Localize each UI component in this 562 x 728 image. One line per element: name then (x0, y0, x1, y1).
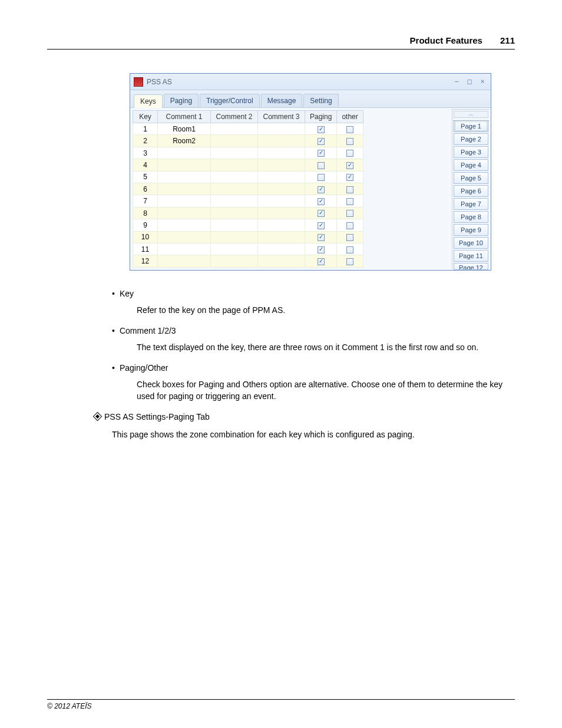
page-button[interactable]: Page 2 (454, 133, 488, 145)
comment-cell[interactable] (211, 255, 258, 268)
page-button[interactable]: Page 10 (454, 237, 488, 249)
page-button[interactable]: Page 5 (454, 172, 488, 184)
comment-cell[interactable] (158, 207, 211, 219)
comment-cell[interactable] (158, 171, 211, 183)
comment-cell[interactable] (158, 159, 211, 171)
comment-cell[interactable] (211, 231, 258, 243)
table-row: 5 (133, 171, 363, 183)
paging-cell (305, 135, 337, 147)
comment-cell[interactable] (258, 195, 305, 207)
page-button[interactable]: Page 7 (454, 198, 488, 210)
checkbox[interactable] (346, 162, 353, 169)
checkbox[interactable] (318, 138, 325, 145)
comment-cell[interactable] (158, 219, 211, 231)
checkbox[interactable] (318, 174, 325, 181)
checkbox[interactable] (318, 258, 325, 265)
comment-cell[interactable] (258, 183, 305, 195)
checkbox[interactable] (318, 222, 325, 229)
window-titlebar[interactable]: PSS AS − □ × (130, 74, 491, 90)
column-header[interactable]: Paging (305, 111, 337, 123)
comment-cell[interactable] (258, 243, 305, 255)
other-cell (337, 243, 363, 255)
tab-paging[interactable]: Paging (164, 94, 199, 107)
comment-cell[interactable] (158, 231, 211, 243)
comment-cell[interactable] (158, 195, 211, 207)
comment-cell[interactable] (258, 231, 305, 243)
page-button[interactable]: Page 11 (454, 250, 488, 262)
page-button[interactable]: Page 4 (454, 159, 488, 171)
comment-cell[interactable] (211, 219, 258, 231)
checkbox[interactable] (346, 234, 353, 241)
checkbox[interactable] (346, 126, 353, 133)
column-header[interactable]: Comment 3 (258, 111, 305, 123)
table-row: 2Room2 (133, 135, 363, 147)
comment-cell[interactable] (211, 195, 258, 207)
checkbox[interactable] (346, 186, 353, 193)
window-title: PSS AS (147, 78, 452, 86)
comment-cell[interactable] (211, 123, 258, 135)
close-button[interactable]: × (478, 78, 487, 86)
minimize-button[interactable]: − (452, 78, 461, 86)
checkbox[interactable] (346, 246, 353, 253)
table-row: 10 (133, 231, 363, 243)
checkbox[interactable] (346, 222, 353, 229)
comment-cell[interactable] (211, 243, 258, 255)
scroll-up-button[interactable]: ︿ (454, 111, 488, 118)
checkbox[interactable] (318, 234, 325, 241)
checkbox[interactable] (318, 198, 325, 205)
checkbox[interactable] (346, 210, 353, 217)
page-button[interactable]: Page 12 (454, 263, 488, 270)
comment-cell[interactable] (211, 171, 258, 183)
section-body: This page shows the zone combination for… (112, 429, 503, 441)
comment-cell[interactable] (258, 147, 305, 159)
checkbox[interactable] (318, 210, 325, 217)
comment-cell[interactable] (158, 147, 211, 159)
comment-cell[interactable]: Room2 (158, 135, 211, 147)
comment-cell[interactable] (211, 135, 258, 147)
comment-cell[interactable] (211, 183, 258, 195)
checkbox[interactable] (346, 138, 353, 145)
page-button[interactable]: Page 1 (454, 120, 488, 132)
comment-cell[interactable] (211, 147, 258, 159)
column-header[interactable]: Comment 2 (211, 111, 258, 123)
comment-cell[interactable] (158, 243, 211, 255)
paging-cell (305, 123, 337, 135)
checkbox[interactable] (346, 198, 353, 205)
comment-cell[interactable] (258, 255, 305, 268)
comment-cell[interactable] (258, 219, 305, 231)
column-header[interactable]: other (337, 111, 363, 123)
checkbox[interactable] (346, 150, 353, 157)
table-row: 3 (133, 147, 363, 159)
checkbox[interactable] (318, 186, 325, 193)
comment-cell[interactable] (258, 207, 305, 219)
table-row: 7 (133, 195, 363, 207)
page-button[interactable]: Page 6 (454, 185, 488, 197)
column-header[interactable]: Key (133, 111, 158, 123)
comment-cell[interactable] (211, 159, 258, 171)
checkbox[interactable] (346, 258, 353, 265)
tab-keys[interactable]: Keys (134, 94, 163, 108)
comment-cell[interactable] (258, 123, 305, 135)
page-button[interactable]: Page 9 (454, 224, 488, 236)
tab-setting[interactable]: Setting (303, 94, 338, 107)
comment-cell[interactable] (258, 135, 305, 147)
page-button[interactable]: Page 3 (454, 146, 488, 158)
comment-cell[interactable] (158, 183, 211, 195)
tab-trigger-control[interactable]: Trigger/Control (200, 94, 260, 107)
keys-table: KeyComment 1Comment 2Comment 3Pagingothe… (133, 110, 363, 268)
column-header[interactable]: Comment 1 (158, 111, 211, 123)
comment-cell[interactable] (211, 207, 258, 219)
comment-cell[interactable]: Room1 (158, 123, 211, 135)
checkbox[interactable] (318, 162, 325, 169)
checkbox[interactable] (318, 150, 325, 157)
comment-cell[interactable] (158, 255, 211, 268)
checkbox[interactable] (346, 174, 353, 181)
tab-message[interactable]: Message (261, 94, 303, 107)
page-button[interactable]: Page 8 (454, 211, 488, 223)
checkbox[interactable] (318, 246, 325, 253)
maximize-button[interactable]: □ (465, 78, 474, 86)
header-section-title: Product Features (410, 35, 482, 45)
comment-cell[interactable] (258, 159, 305, 171)
checkbox[interactable] (318, 126, 325, 133)
comment-cell[interactable] (258, 171, 305, 183)
